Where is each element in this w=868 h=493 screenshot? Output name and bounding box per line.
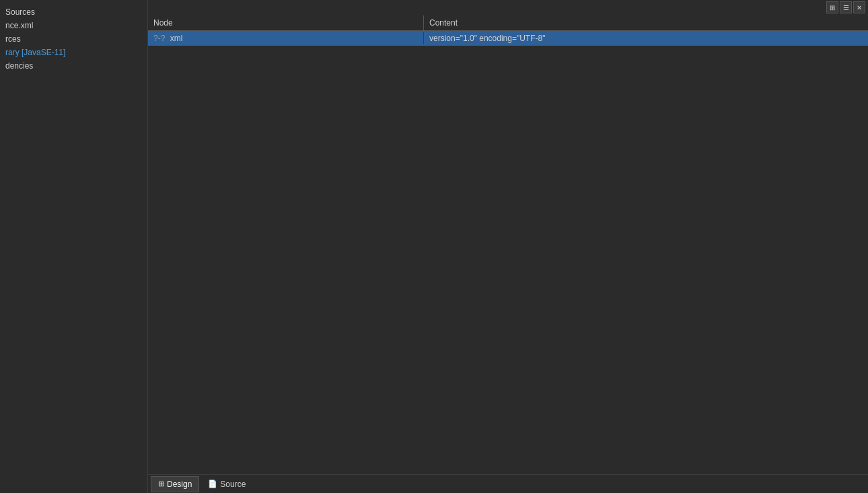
cell-content: version="1.0" encoding="UTF-8" xyxy=(424,32,868,44)
table-body[interactable]: ?-? xml version="1.0" encoding="UTF-8" xyxy=(148,31,868,474)
design-tab-icon: ⊞ xyxy=(158,480,164,488)
tab-design-label: Design xyxy=(167,480,192,489)
sidebar-item-sources[interactable]: Sources xyxy=(0,5,147,19)
sidebar-item-dencies[interactable]: dencies xyxy=(0,59,147,73)
pi-prefix: ?-? xyxy=(153,34,165,43)
sidebar-item-rces[interactable]: rces xyxy=(0,32,147,46)
sidebar-item-nce-xml[interactable]: nce.xml xyxy=(0,19,147,32)
tab-source[interactable]: 📄 Source xyxy=(201,476,253,492)
toolbar-btn-2[interactable]: ☰ xyxy=(840,1,852,13)
cell-node: ?-? xml xyxy=(148,32,424,44)
source-tab-icon: 📄 xyxy=(208,480,217,488)
grid-icon: ⊞ xyxy=(830,4,835,11)
sidebar-item-library[interactable]: rary [JavaSE-11] xyxy=(0,46,147,59)
sidebar: Sources nce.xml rces rary [JavaSE-11] de… xyxy=(0,0,148,493)
tab-design[interactable]: ⊞ Design xyxy=(151,476,199,492)
list-icon: ☰ xyxy=(843,4,849,11)
table-header: Node Content xyxy=(148,15,868,31)
toolbar-btn-close[interactable]: ✕ xyxy=(853,1,865,13)
column-header-content[interactable]: Content xyxy=(424,15,868,30)
node-name: xml xyxy=(170,34,183,43)
tab-source-label: Source xyxy=(220,480,246,489)
main-area: ⊞ ☰ ✕ Node Content ?-? xml version="1.0"… xyxy=(148,0,868,493)
column-header-node[interactable]: Node xyxy=(148,15,424,30)
toolbar-top: ⊞ ☰ ✕ xyxy=(148,0,868,15)
table-row[interactable]: ?-? xml version="1.0" encoding="UTF-8" xyxy=(148,31,868,46)
close-icon: ✕ xyxy=(857,4,862,11)
toolbar-btn-1[interactable]: ⊞ xyxy=(826,1,838,13)
bottom-tabs: ⊞ Design 📄 Source xyxy=(148,474,868,493)
